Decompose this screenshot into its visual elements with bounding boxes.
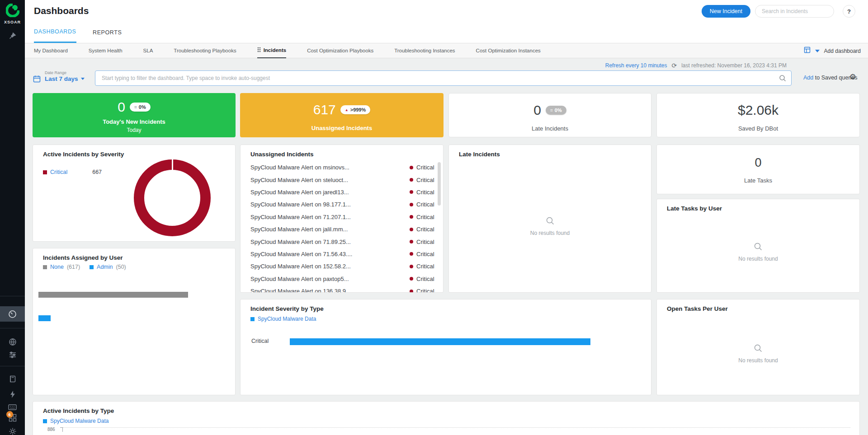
incident-title-link[interactable]: SpyCloud Malware Alert on 98.177.1... bbox=[250, 201, 404, 208]
incident-title-link[interactable]: SpyCloud Malware Alert on paxtop5... bbox=[250, 276, 404, 282]
sidebar-item-dashboards[interactable] bbox=[0, 306, 25, 322]
severity-label: Critical bbox=[416, 226, 434, 233]
bar-none[interactable] bbox=[38, 292, 188, 298]
widget-late-tasks[interactable]: 0 Late Tasks bbox=[656, 145, 860, 194]
tab-dashboards[interactable]: DASHBOARDS bbox=[34, 22, 76, 43]
legend-swatch-icon bbox=[43, 419, 47, 423]
donut-chart[interactable] bbox=[134, 159, 211, 236]
legend-label-none[interactable]: None bbox=[50, 264, 64, 270]
empty-state: No results found bbox=[657, 242, 859, 262]
incident-title-link[interactable]: SpyCloud Malware Alert on jalil.mm... bbox=[250, 226, 404, 233]
dashboard-tab-troubleshooting-playbooks[interactable]: Troubleshooting Playbooks bbox=[174, 43, 236, 58]
severity-label: Critical bbox=[416, 164, 434, 171]
stat-value: $2.06k bbox=[738, 103, 778, 117]
severity-cell: Critical bbox=[410, 239, 434, 245]
incident-title-link[interactable]: SpyCloud Malware Alert on 71.207.1... bbox=[250, 214, 404, 220]
severity-cell: Critical bbox=[410, 177, 434, 183]
dashboard-tab-system-health[interactable]: System Health bbox=[89, 43, 123, 58]
severity-dot-icon bbox=[410, 252, 413, 256]
list-item[interactable]: SpyCloud Malware Alert on msinovs...Crit… bbox=[250, 161, 437, 173]
sidebar-item-docs[interactable] bbox=[0, 371, 25, 387]
list-item[interactable]: SpyCloud Malware Alert on 136.38.9...Cri… bbox=[250, 285, 437, 293]
sidebar-item-settings[interactable] bbox=[0, 424, 25, 435]
stat-card-todays-new-incidents[interactable]: 0 = 0% Today's New Incidents Today bbox=[33, 93, 236, 137]
stat-card-saved-by-dbot[interactable]: $2.06k Saved By DBot bbox=[656, 93, 860, 137]
dashboard-filter-input[interactable] bbox=[95, 70, 792, 86]
date-range-select[interactable]: Last 7 days bbox=[45, 75, 85, 82]
incident-title-link[interactable]: SpyCloud Malware Alert on jaredl13... bbox=[250, 189, 404, 196]
add-saved-query-button[interactable]: Add bbox=[803, 75, 813, 81]
list-item[interactable]: SpyCloud Malware Alert on 71.89.25...Cri… bbox=[250, 235, 437, 248]
pin-sidebar-icon[interactable] bbox=[0, 28, 25, 43]
incident-title-link[interactable]: SpyCloud Malware Alert on 71.89.25... bbox=[250, 239, 404, 245]
incident-title-link[interactable]: SpyCloud Malware Alert on 71.56.43.... bbox=[250, 251, 404, 257]
refresh-icon[interactable]: ⟳ bbox=[671, 62, 677, 69]
incident-title-link[interactable]: SpyCloud Malware Alert on 136.38.9... bbox=[250, 288, 404, 293]
legend-count-none: (617) bbox=[67, 264, 80, 270]
sidebar-divider bbox=[0, 328, 25, 328]
dashboard-tab-my-dashboard[interactable]: My Dashboard bbox=[34, 43, 68, 58]
dashboard-tab-cost-optimization-instances[interactable]: Cost Optimization Instances bbox=[476, 43, 541, 58]
help-button[interactable]: ? bbox=[843, 5, 855, 18]
incident-title-link[interactable]: SpyCloud Malware Alert on msinovs... bbox=[250, 164, 404, 171]
search-incidents-input[interactable] bbox=[755, 5, 834, 18]
incident-title-link[interactable]: SpyCloud Malware Alert on steluoct... bbox=[250, 177, 404, 183]
incident-title-link[interactable]: SpyCloud Malware Alert on 152.58.2... bbox=[250, 263, 404, 270]
legend-item[interactable]: SpyCloud Malware Data bbox=[250, 316, 316, 322]
legend-label[interactable]: Critical bbox=[50, 169, 67, 175]
empty-state-text: No results found bbox=[657, 256, 859, 262]
legend-swatch-icon bbox=[90, 265, 94, 269]
gridline bbox=[63, 427, 850, 428]
sidebar-item-filters[interactable] bbox=[0, 347, 25, 362]
severity-cell: Critical bbox=[410, 276, 434, 282]
xsoar-logo[interactable]: XSOAR bbox=[0, 4, 25, 24]
add-dashboard-caret-icon[interactable] bbox=[815, 50, 820, 52]
date-range-label: Date Range bbox=[45, 70, 66, 75]
legend-label[interactable]: SpyCloud Malware Data bbox=[50, 418, 108, 424]
severity-cell: Critical bbox=[410, 189, 434, 196]
stat-value: 0 bbox=[118, 100, 125, 114]
scrollbar[interactable] bbox=[438, 162, 441, 206]
sidebar-item-apps[interactable]: 6 bbox=[0, 410, 25, 426]
list-item[interactable]: SpyCloud Malware Alert on 71.56.43....Cr… bbox=[250, 248, 437, 260]
last-refreshed-text: last refreshed: November 16, 2023 4:31 P… bbox=[681, 62, 787, 69]
legend-label[interactable]: SpyCloud Malware Data bbox=[258, 316, 316, 322]
list-item[interactable]: SpyCloud Malware Alert on jalil.mm...Cri… bbox=[250, 223, 437, 235]
tab-reports[interactable]: REPORTS bbox=[93, 22, 122, 43]
severity-label: Critical bbox=[416, 263, 434, 270]
dashboard-tab-cost-optimization-playbooks[interactable]: Cost Optimization Playbooks bbox=[307, 43, 373, 58]
dashboard-report-icon[interactable] bbox=[804, 47, 811, 55]
dashboard-tab-sla[interactable]: SLA bbox=[143, 43, 153, 58]
widget-title: Late Incidents bbox=[459, 151, 500, 158]
dashboard-tab-troubleshooting-instances[interactable]: Troubleshooting Instances bbox=[394, 43, 455, 58]
list-item[interactable]: SpyCloud Malware Alert on 71.207.1...Cri… bbox=[250, 211, 437, 223]
dashboard-tab-strip: My Dashboard System Health SLA Troublesh… bbox=[25, 43, 868, 58]
legend-value: 667 bbox=[92, 169, 102, 175]
legend-item[interactable]: SpyCloud Malware Data bbox=[43, 418, 108, 424]
refresh-interval-link[interactable]: Refresh every 10 minutes bbox=[605, 62, 667, 69]
list-item[interactable]: SpyCloud Malware Alert on 152.58.2...Cri… bbox=[250, 260, 437, 272]
legend-label-admin[interactable]: Admin bbox=[97, 264, 113, 270]
up-trend-icon: ▲ bbox=[345, 108, 349, 112]
list-item[interactable]: SpyCloud Malware Alert on jaredl13...Cri… bbox=[250, 186, 437, 198]
dashboard-tab-incidents[interactable]: Incidents bbox=[257, 43, 286, 58]
widget-incident-severity-by-type: Incident Severity by Type SpyCloud Malwa… bbox=[240, 299, 651, 395]
severity-label: Critical bbox=[416, 177, 434, 183]
bar-critical[interactable] bbox=[290, 338, 590, 345]
stat-card-unassigned-incidents[interactable]: 617 ▲ >999% Unassigned Incidents bbox=[240, 93, 443, 137]
list-item[interactable]: SpyCloud Malware Alert on paxtop5...Crit… bbox=[250, 273, 437, 285]
widget-title: Open Tasks Per User bbox=[667, 305, 728, 312]
widget-title: Incidents Assigned by User bbox=[43, 254, 123, 261]
bar-admin[interactable] bbox=[38, 315, 51, 321]
severity-cell: Critical bbox=[410, 214, 434, 220]
gear-icon[interactable]: ⚙ bbox=[849, 73, 856, 81]
list-item[interactable]: SpyCloud Malware Alert on steluoct...Cri… bbox=[250, 173, 437, 186]
legend-item-critical[interactable]: Critical 667 bbox=[43, 169, 102, 175]
magnifier-icon bbox=[754, 344, 763, 353]
add-dashboard-button[interactable]: Add dashboard bbox=[824, 48, 861, 54]
new-incident-button[interactable]: New Incident bbox=[702, 5, 750, 18]
list-item[interactable]: SpyCloud Malware Alert on 98.177.1...Cri… bbox=[250, 198, 437, 210]
search-icon[interactable] bbox=[779, 75, 786, 84]
severity-label: Critical bbox=[416, 288, 434, 293]
stat-card-late-incidents[interactable]: 0 = 0% Late Incidents bbox=[448, 93, 651, 137]
